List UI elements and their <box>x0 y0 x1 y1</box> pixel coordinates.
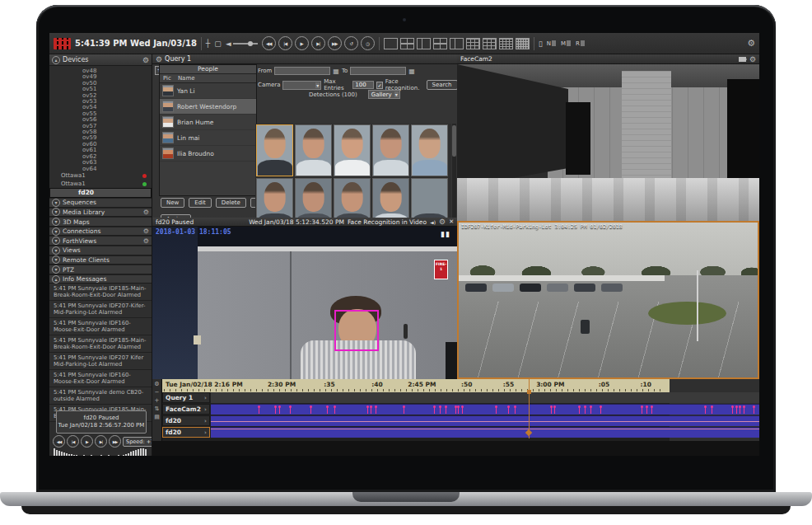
event-marker[interactable] <box>278 405 281 408</box>
close-icon[interactable]: ✕ <box>449 218 454 225</box>
track-label-facecam2[interactable]: FaceCam2› <box>162 404 210 415</box>
playback-button[interactable]: ▶| <box>95 435 107 448</box>
speed-badge[interactable]: Speed: +1/4 <box>123 437 152 447</box>
device-tree-item[interactable]: ov58 <box>49 129 152 135</box>
rotate-layout-icon[interactable]: ▯ <box>539 40 543 48</box>
device-tree-item[interactable]: ov63 <box>49 160 152 166</box>
person-row[interactable]: Brian Hume <box>160 115 256 130</box>
device-tree-item[interactable]: ov64 <box>49 166 152 172</box>
camera-select[interactable]: ▾ <box>282 81 321 90</box>
event-marker[interactable] <box>445 405 447 408</box>
timeline-tool-icon[interactable]: ⚙ <box>154 381 159 387</box>
event-marker[interactable] <box>274 405 277 408</box>
alarm-message[interactable]: 5:41 PM Sunnyvale demo CB20-outside Alar… <box>49 387 152 405</box>
event-marker[interactable] <box>600 405 602 408</box>
fd20-video[interactable]: FIRE-1 2018-01-03 18:11:05 ▮▮ <box>152 227 457 379</box>
to-input[interactable] <box>350 67 406 75</box>
alarm-message[interactable]: 5:41 PM Sunnyvale IDF160-Moose-Exit-Door… <box>49 370 152 387</box>
section-gear-icon[interactable]: ⚙ <box>143 209 149 216</box>
search-button[interactable]: Search <box>427 80 458 90</box>
event-marker[interactable] <box>739 405 741 408</box>
event-marker[interactable] <box>366 405 369 408</box>
query-title-bar[interactable]: ⚙ Query 1 <box>152 54 457 64</box>
scrollbar-thumb[interactable] <box>452 125 456 157</box>
device-tree-item[interactable]: ov49 <box>49 74 152 80</box>
facecam2-title-bar[interactable]: FaceCam2 ⚙ <box>457 54 759 64</box>
layout-grid-icon-1plus5[interactable] <box>450 38 464 49</box>
event-marker[interactable] <box>375 405 377 408</box>
playback-button[interactable]: |◀ <box>67 435 79 448</box>
playback-button[interactable]: ▶▶ <box>109 435 121 448</box>
device-tree-item[interactable]: Ottawa1 <box>49 172 152 180</box>
event-marker[interactable] <box>514 405 516 408</box>
event-marker[interactable] <box>326 405 329 408</box>
section-gear-icon[interactable]: ⚙ <box>143 227 149 235</box>
person-row[interactable]: Ilia Broudno <box>160 146 256 162</box>
transport-button[interactable]: ▶ <box>295 36 309 50</box>
event-marker[interactable] <box>578 405 581 408</box>
devices-gear-icon[interactable]: ⚙ <box>142 56 149 64</box>
event-marker[interactable] <box>641 405 643 408</box>
sidebar-section[interactable]: ▾ Remote Clients <box>49 255 152 265</box>
device-tree-item[interactable]: ov50 <box>49 81 152 87</box>
event-marker[interactable] <box>433 405 436 408</box>
event-marker[interactable] <box>495 405 497 408</box>
timeline-tool-icon[interactable]: ▤ <box>154 414 160 420</box>
event-marker[interactable] <box>704 405 707 408</box>
device-tree-item[interactable]: Ottawa1 <box>49 180 152 189</box>
person-row[interactable]: Robert Westendorp <box>160 99 256 115</box>
transport-button[interactable]: ▶| <box>311 36 325 50</box>
alarm-message[interactable]: 5:41 PM Sunnyvale IDF185-Main-Break-Room… <box>49 335 152 353</box>
event-marker[interactable] <box>439 405 441 408</box>
person-row[interactable]: Yan Li <box>160 83 256 99</box>
face-thumbnail[interactable] <box>256 124 293 176</box>
parking-video-selected[interactable]: IDF207-Kifer-Mid-Parking-Lot 3:04:25 PM … <box>457 221 759 379</box>
event-marker[interactable] <box>646 405 648 408</box>
event-marker[interactable] <box>743 405 745 408</box>
speed-waveform[interactable] <box>54 448 149 456</box>
layout-grid-icon-1plus7[interactable] <box>483 38 497 49</box>
device-tree-item[interactable]: ov61 <box>49 148 152 153</box>
from-input[interactable] <box>274 67 330 75</box>
layout-grid-icon-3x3[interactable] <box>466 38 480 49</box>
transport-button[interactable]: |◀ <box>278 36 292 50</box>
people-action-button[interactable]: Delete <box>216 198 246 208</box>
panel-gear-icon[interactable]: ⚙ <box>749 55 756 63</box>
layout-grid-icon-1[interactable] <box>384 38 398 49</box>
sidebar-section-info-messages[interactable]: ▴ Info Messages <box>49 274 152 284</box>
face-thumbnail[interactable] <box>372 124 409 176</box>
device-tree-item[interactable]: ov62 <box>49 154 152 160</box>
event-marker[interactable] <box>651 405 653 408</box>
panel-gear-icon[interactable]: ⚙ <box>439 218 446 226</box>
device-tree-item[interactable]: ov52 <box>49 93 152 99</box>
device-tree-item[interactable]: ov53 <box>49 99 152 105</box>
event-marker[interactable] <box>507 405 510 408</box>
layout-grid-icon-4x4[interactable] <box>499 38 513 49</box>
track-facecam2[interactable] <box>211 404 759 415</box>
device-tree-item[interactable]: ov55 <box>49 111 152 117</box>
device-tree-item[interactable]: ov48 <box>49 68 152 74</box>
playback-button[interactable]: ▶ <box>81 435 93 448</box>
layout-letter-button[interactable]: N <box>547 40 556 47</box>
calibrate-icon[interactable]: ┼ <box>206 40 210 48</box>
devices-header[interactable]: ▴ Devices ⚙ <box>49 54 152 66</box>
layout-grid-icon-5x5-selected[interactable] <box>516 38 530 49</box>
layout-grid-icon-2x2b[interactable] <box>433 38 447 49</box>
camera-icon[interactable] <box>739 57 746 62</box>
alarm-message[interactable]: 5:41 PM Sunnyvale IDF160-Moose-Exit-Door… <box>49 318 152 335</box>
transport-button[interactable]: ↺ <box>344 36 358 50</box>
track-label-query1[interactable]: Query 1› <box>162 392 210 403</box>
timeline-tool-icon[interactable]: + <box>155 397 160 404</box>
alarm-message[interactable]: 5:41 PM Sunnyvale IDF207-Kifer-Mid-Parki… <box>49 301 152 318</box>
gallery-select[interactable]: Gallery ▾ <box>368 90 400 99</box>
volume-knob[interactable] <box>248 41 253 46</box>
track-label-fd20[interactable]: fd20› <box>162 415 210 426</box>
event-marker[interactable] <box>310 405 312 408</box>
transport-button[interactable]: ◷ <box>361 36 375 50</box>
facecam2-video[interactable] <box>457 64 759 221</box>
volume-slider[interactable]: ◄ <box>226 40 258 48</box>
collapse-icon[interactable]: ▴ <box>52 56 60 64</box>
audio-icon[interactable]: ◄) <box>430 219 436 225</box>
sidebar-section[interactable]: ▾ Media Library ⚙ <box>49 208 152 218</box>
layout-letter-button[interactable]: R <box>576 40 585 47</box>
